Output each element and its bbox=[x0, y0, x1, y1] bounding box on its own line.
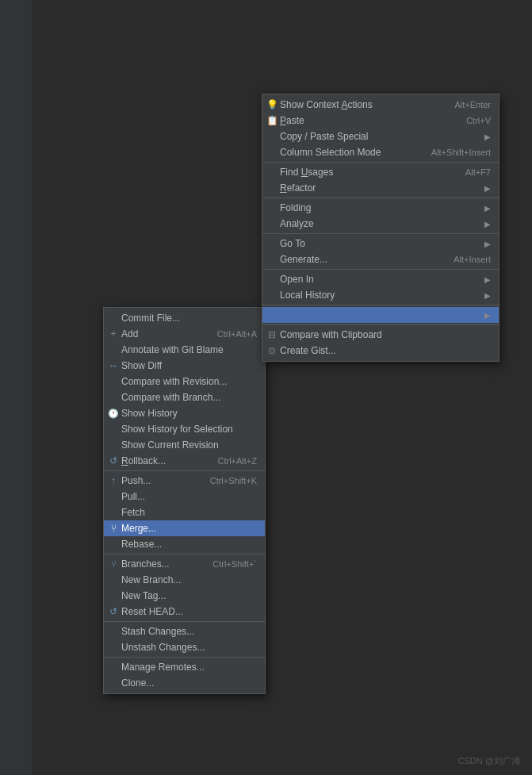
menu-item-branches[interactable]: ⑂ Branches... Ctrl+Shift+` bbox=[104, 556, 265, 572]
git-arrow: ▶ bbox=[484, 311, 491, 320]
menu-item-add[interactable]: + Add Ctrl+Alt+A bbox=[104, 326, 265, 342]
menu-item-copy-paste-special[interactable]: Copy / Paste Special ▶ bbox=[262, 129, 499, 144]
menu-item-pull[interactable]: Pull... bbox=[104, 489, 265, 505]
folding-label: Folding bbox=[280, 202, 480, 213]
column-shortcut: Alt+Shift+Insert bbox=[431, 148, 491, 157]
rollback-shortcut: Ctrl+Alt+Z bbox=[217, 456, 257, 466]
find-usages-label: Find Usages bbox=[280, 167, 450, 178]
menu-item-open-in[interactable]: Open In ▶ bbox=[262, 271, 499, 287]
paste-label: Paste bbox=[280, 115, 450, 126]
menu-item-create-gist[interactable]: ⊙ Create Gist... bbox=[262, 343, 499, 359]
stash-label: Stash Changes... bbox=[121, 626, 257, 637]
annotate-blame-label: Annotate with Git Blame bbox=[121, 344, 257, 355]
push-label: Push... bbox=[121, 475, 194, 486]
branches-icon: ⑂ bbox=[107, 558, 120, 570]
separator-1 bbox=[262, 162, 499, 163]
push-shortcut: Ctrl+Shift+K bbox=[210, 476, 257, 485]
menu-item-compare-branch[interactable]: Compare with Branch... bbox=[104, 389, 265, 405]
show-history-label: Show History bbox=[121, 408, 257, 419]
menu-item-show-context-actions[interactable]: 💡 Show Context Actions Alt+Enter bbox=[262, 97, 499, 113]
paste-shortcut: Ctrl+V bbox=[466, 116, 491, 125]
new-branch-label: New Branch... bbox=[121, 574, 257, 585]
menu-item-find-usages[interactable]: Find Usages Alt+F7 bbox=[262, 164, 499, 180]
manage-remotes-label: Manage Remotes... bbox=[121, 662, 257, 673]
menu-item-clone[interactable]: Clone... bbox=[104, 675, 265, 691]
show-diff-label: Show Diff bbox=[121, 360, 257, 371]
menu-item-manage-remotes[interactable]: Manage Remotes... bbox=[104, 659, 265, 675]
watermark: CSDN @刘广涌 bbox=[458, 755, 520, 767]
create-gist-label: Create Gist... bbox=[280, 345, 491, 356]
menu-item-rollback[interactable]: ↺ Rollback... Ctrl+Alt+Z bbox=[104, 453, 265, 469]
rollback-label: Rollback... bbox=[121, 455, 201, 466]
plus-icon: + bbox=[107, 328, 120, 340]
goto-label: Go To bbox=[280, 238, 480, 249]
clone-label: Clone... bbox=[121, 677, 257, 689]
menu-item-commit-file[interactable]: Commit File... bbox=[104, 310, 265, 326]
menu-item-generate[interactable]: Generate... Alt+Insert bbox=[262, 251, 499, 267]
left-separator-4 bbox=[104, 657, 265, 658]
rebase-label: Rebase... bbox=[121, 539, 257, 550]
show-history-selection-label: Show History for Selection bbox=[121, 424, 257, 435]
github-icon: ⊙ bbox=[266, 345, 278, 356]
menu-item-new-branch[interactable]: New Branch... bbox=[104, 572, 265, 588]
separator-2 bbox=[262, 198, 499, 198]
menu-item-show-history[interactable]: 🕐 Show History bbox=[104, 405, 265, 421]
analyze-label: Analyze bbox=[280, 218, 480, 229]
separator-5 bbox=[262, 305, 499, 305]
menu-item-new-tag[interactable]: New Tag... bbox=[104, 588, 265, 604]
menu-item-analyze[interactable]: Analyze ▶ bbox=[262, 216, 499, 232]
menu-item-go-to[interactable]: Go To ▶ bbox=[262, 236, 499, 251]
reset-icon: ↺ bbox=[107, 606, 120, 617]
paste-icon: 📋 bbox=[266, 115, 278, 126]
local-history-arrow: ▶ bbox=[484, 291, 491, 300]
refactor-label: Refactor bbox=[280, 182, 480, 194]
show-current-revision-label: Show Current Revision bbox=[121, 439, 257, 451]
menu-item-rebase[interactable]: Rebase... bbox=[104, 536, 265, 552]
line-numbers-panel bbox=[0, 0, 32, 775]
copy-paste-arrow: ▶ bbox=[484, 132, 491, 141]
folding-arrow: ▶ bbox=[484, 204, 491, 213]
menu-item-compare-clipboard[interactable]: ⊟ Compare with Clipboard bbox=[262, 327, 499, 343]
menu-item-compare-revision[interactable]: Compare with Revision... bbox=[104, 374, 265, 389]
show-context-actions-label: Show Context Actions bbox=[280, 99, 438, 110]
open-in-label: Open In bbox=[280, 274, 480, 285]
left-separator-3 bbox=[104, 621, 265, 622]
menu-item-stash-changes[interactable]: Stash Changes... bbox=[104, 623, 265, 639]
menu-item-folding[interactable]: Folding ▶ bbox=[262, 200, 499, 216]
menu-item-merge[interactable]: ⑂ Merge... bbox=[104, 520, 265, 536]
menu-item-annotate-blame[interactable]: Annotate with Git Blame bbox=[104, 342, 265, 358]
add-label: Add bbox=[121, 328, 201, 340]
open-in-arrow: ▶ bbox=[484, 275, 491, 284]
branches-shortcut: Ctrl+Shift+` bbox=[212, 559, 257, 569]
diff-icon: ↔ bbox=[107, 360, 120, 371]
menu-item-column-selection[interactable]: Column Selection Mode Alt+Shift+Insert bbox=[262, 144, 499, 160]
goto-arrow: ▶ bbox=[484, 240, 491, 248]
new-tag-label: New Tag... bbox=[121, 590, 257, 601]
watermark-text: CSDN @刘广涌 bbox=[458, 756, 520, 765]
copy-paste-label: Copy / Paste Special bbox=[280, 131, 480, 142]
generate-label: Generate... bbox=[280, 254, 438, 265]
menu-item-paste[interactable]: 📋 Paste Ctrl+V bbox=[262, 113, 499, 129]
left-separator-1 bbox=[104, 470, 265, 471]
compare-icon: ⊟ bbox=[266, 329, 278, 340]
menu-item-show-current-revision[interactable]: Show Current Revision bbox=[104, 437, 265, 453]
menu-item-show-history-selection[interactable]: Show History for Selection bbox=[104, 421, 265, 437]
menu-item-show-diff[interactable]: ↔ Show Diff bbox=[104, 358, 265, 374]
menu-item-git[interactable]: ▶ bbox=[262, 307, 499, 323]
local-history-label: Local History bbox=[280, 290, 480, 301]
menu-item-local-history[interactable]: Local History ▶ bbox=[262, 287, 499, 303]
add-shortcut: Ctrl+Alt+A bbox=[217, 329, 257, 339]
left-separator-2 bbox=[104, 554, 265, 554]
menu-item-fetch[interactable]: Fetch bbox=[104, 505, 265, 520]
generate-shortcut: Alt+Insert bbox=[454, 255, 491, 264]
menu-item-refactor[interactable]: Refactor ▶ bbox=[262, 180, 499, 196]
menu-item-reset-head[interactable]: ↺ Reset HEAD... bbox=[104, 604, 265, 620]
menu-item-push[interactable]: ↑ Push... Ctrl+Shift+K bbox=[104, 473, 265, 489]
separator-6 bbox=[262, 324, 499, 325]
push-icon: ↑ bbox=[107, 475, 120, 486]
merge-label: Merge... bbox=[121, 523, 257, 534]
rollback-icon: ↺ bbox=[107, 455, 120, 466]
refactor-arrow: ▶ bbox=[484, 184, 491, 193]
menu-item-unstash-changes[interactable]: Unstash Changes... bbox=[104, 639, 265, 655]
bulb-icon: 💡 bbox=[266, 99, 278, 110]
